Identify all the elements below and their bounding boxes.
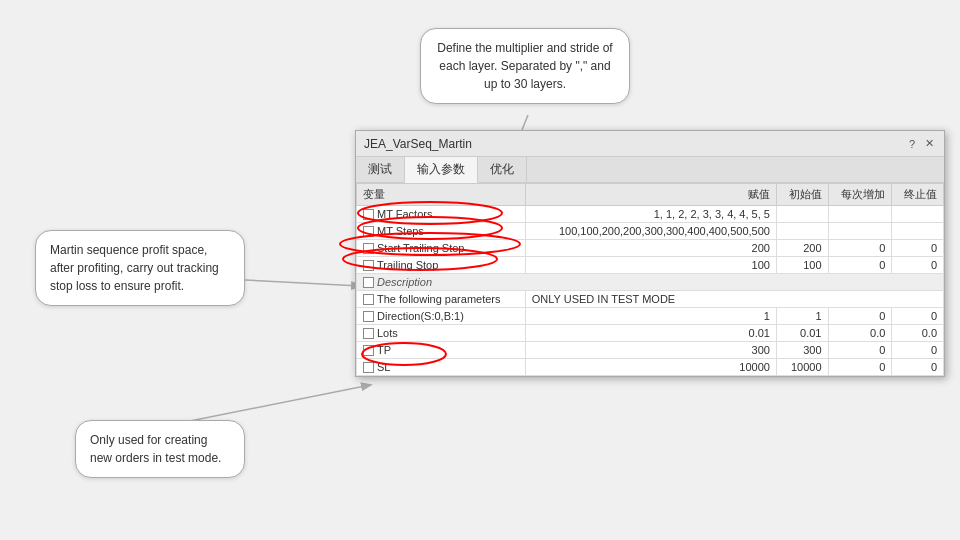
row-initial: 100 (776, 257, 828, 274)
row-label[interactable]: SL (357, 359, 526, 376)
row-value: 100,100,200,200,300,300,400,400,500,500 (525, 223, 776, 240)
col-header-initial: 初始值 (776, 184, 828, 206)
dialog-title: JEA_VarSeq_Martin (364, 137, 472, 151)
table-row: Start Trailing Stop 200 200 0 0 (357, 240, 944, 257)
row-value: 0.01 (525, 325, 776, 342)
row-stop: 0 (892, 308, 944, 325)
tab-test[interactable]: 测试 (356, 157, 405, 182)
table-row: SL 10000 10000 0 0 (357, 359, 944, 376)
row-label: The following parameters (357, 291, 526, 308)
row-label[interactable]: Start Trailing Stop (357, 240, 526, 257)
section-label: Description (357, 274, 944, 291)
svg-line-1 (245, 280, 360, 286)
callout-left-text: Martin sequence profit space, after prof… (50, 243, 219, 293)
row-label[interactable]: MT Factors (357, 206, 526, 223)
row-increment: 0 (828, 342, 892, 359)
col-header-value: 赋值 (525, 184, 776, 206)
row-value: ONLY USED IN TEST MODE (525, 291, 943, 308)
row-initial: 0.01 (776, 325, 828, 342)
help-button[interactable]: ? (907, 137, 917, 150)
param-table: 变量 赋值 初始值 每次增加 终止值 MT Factors 1, 1, 2, 2… (356, 183, 944, 376)
row-initial: 300 (776, 342, 828, 359)
dialog-controls: ? ✕ (907, 137, 936, 150)
dialog-tabs: 测试 输入参数 优化 (356, 157, 944, 183)
row-increment: 0 (828, 359, 892, 376)
row-stop: 0 (892, 359, 944, 376)
col-header-stop: 终止值 (892, 184, 944, 206)
row-stop: 0 (892, 257, 944, 274)
row-stop (892, 223, 944, 240)
row-label[interactable]: TP (357, 342, 526, 359)
callout-bottom-text: Only used for creating new orders in tes… (90, 433, 221, 465)
table-row: Description (357, 274, 944, 291)
row-value: 200 (525, 240, 776, 257)
row-stop (892, 206, 944, 223)
row-value: 100 (525, 257, 776, 274)
row-initial: 1 (776, 308, 828, 325)
col-header-variable: 变量 (357, 184, 526, 206)
table-container: 变量 赋值 初始值 每次增加 终止值 MT Factors 1, 1, 2, 2… (356, 183, 944, 376)
row-label[interactable]: Lots (357, 325, 526, 342)
table-row: TP 300 300 0 0 (357, 342, 944, 359)
row-increment (828, 206, 892, 223)
table-row: Trailing Stop 100 100 0 0 (357, 257, 944, 274)
row-increment (828, 223, 892, 240)
svg-line-2 (185, 385, 370, 422)
row-label[interactable]: MT Steps (357, 223, 526, 240)
callout-bottom: Only used for creating new orders in tes… (75, 420, 245, 478)
callout-top: Define the multiplier and stride of each… (420, 28, 630, 104)
table-row: Direction(S:0,B:1) 1 1 0 0 (357, 308, 944, 325)
row-initial (776, 223, 828, 240)
table-row: Lots 0.01 0.01 0.0 0.0 (357, 325, 944, 342)
row-value: 1 (525, 308, 776, 325)
close-button[interactable]: ✕ (923, 137, 936, 150)
row-value: 1, 1, 2, 2, 3, 3, 4, 4, 5, 5 (525, 206, 776, 223)
row-value: 300 (525, 342, 776, 359)
row-initial (776, 206, 828, 223)
row-label[interactable]: Trailing Stop (357, 257, 526, 274)
row-increment: 0 (828, 240, 892, 257)
row-initial: 200 (776, 240, 828, 257)
col-header-increment: 每次增加 (828, 184, 892, 206)
table-row: MT Steps 100,100,200,200,300,300,400,400… (357, 223, 944, 240)
table-header-row: 变量 赋值 初始值 每次增加 终止值 (357, 184, 944, 206)
table-row: The following parameters ONLY USED IN TE… (357, 291, 944, 308)
row-initial: 10000 (776, 359, 828, 376)
row-stop: 0 (892, 342, 944, 359)
tab-input-params[interactable]: 输入参数 (405, 157, 478, 183)
tab-optimize[interactable]: 优化 (478, 157, 527, 182)
row-label[interactable]: Direction(S:0,B:1) (357, 308, 526, 325)
row-stop: 0 (892, 240, 944, 257)
row-increment: 0 (828, 257, 892, 274)
dialog-window: JEA_VarSeq_Martin ? ✕ 测试 输入参数 优化 变量 赋值 初… (355, 130, 945, 377)
table-row: MT Factors 1, 1, 2, 2, 3, 3, 4, 4, 5, 5 (357, 206, 944, 223)
dialog-titlebar: JEA_VarSeq_Martin ? ✕ (356, 131, 944, 157)
row-stop: 0.0 (892, 325, 944, 342)
callout-left: Martin sequence profit space, after prof… (35, 230, 245, 306)
row-increment: 0 (828, 308, 892, 325)
row-value: 10000 (525, 359, 776, 376)
callout-top-text: Define the multiplier and stride of each… (437, 41, 612, 91)
row-increment: 0.0 (828, 325, 892, 342)
